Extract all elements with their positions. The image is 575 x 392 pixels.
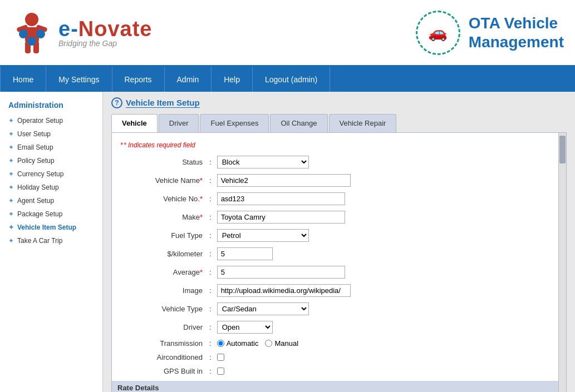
- transmission-label: Transmission: [120, 339, 209, 348]
- gps-row: GPS Built in :: [120, 367, 558, 375]
- image-input[interactable]: [217, 284, 351, 297]
- airconditioned-label: Airconditioned: [120, 353, 209, 361]
- nav-my-settings[interactable]: My Settings: [46, 67, 112, 92]
- driver-select[interactable]: Open Assigned: [217, 321, 273, 334]
- airconditioned-checkbox[interactable]: [217, 354, 224, 361]
- tab-vehicle-repair[interactable]: Vehicle Repair: [329, 114, 397, 132]
- average-row: Average* :: [120, 266, 558, 279]
- vehicle-no-row: Vehicle No.* :: [120, 192, 558, 205]
- transmission-manual[interactable]: Manual: [265, 339, 298, 348]
- sidebar-item-operator-setup[interactable]: ✦ Operator Setup: [0, 114, 102, 127]
- sidebar-item-take-a-car-trip[interactable]: ✦ Take A Car Trip: [0, 234, 102, 247]
- svg-point-0: [25, 13, 38, 26]
- driver-row: Driver : Open Assigned: [120, 321, 558, 334]
- transmission-row: Transmission : Automatic Manual: [120, 339, 558, 348]
- gear-icon: ✦: [8, 183, 14, 191]
- logo-title: e-Novate: [58, 17, 153, 41]
- average-label: Average*: [120, 268, 209, 276]
- rate-details-header: Rate Details: [112, 381, 566, 392]
- sidebar-item-vehicle-item-setup[interactable]: ✦ Vehicle Item Setup: [0, 221, 102, 234]
- tab-vehicle[interactable]: Vehicle: [111, 114, 158, 132]
- logo-left: e-Novate Bridging the Gap: [11, 11, 153, 55]
- gear-icon: ✦: [8, 170, 14, 178]
- gps-label: GPS Built in: [120, 367, 209, 375]
- tab-driver[interactable]: Driver: [159, 114, 199, 132]
- vehicle-name-label: Vehicle Name*: [120, 176, 209, 185]
- gear-icon: ✦: [8, 237, 14, 245]
- sidebar-item-user-setup[interactable]: ✦ User Setup: [0, 127, 102, 141]
- form-container: * * Indicates required field Status : Bl…: [111, 132, 567, 392]
- main-content: ? Vehicle Item Setup Vehicle Driver Fuel…: [103, 92, 575, 392]
- nav-admin[interactable]: Admin: [165, 67, 212, 92]
- vehicle-type-row: Vehicle Type : Car/Sedan SUV Van Truck: [120, 302, 558, 315]
- vehicle-no-label: Vehicle No.*: [120, 195, 209, 203]
- svg-point-6: [19, 29, 28, 38]
- nav-reports[interactable]: Reports: [112, 67, 165, 92]
- car-icon: 🚗: [428, 23, 448, 42]
- svg-point-8: [27, 37, 36, 46]
- average-input[interactable]: [217, 266, 345, 279]
- gear-icon: ✦: [8, 210, 14, 218]
- dollar-km-label: $/kilometer: [120, 250, 209, 258]
- vehicle-type-select[interactable]: Car/Sedan SUV Van Truck: [217, 302, 309, 315]
- driver-label: Driver: [120, 323, 209, 331]
- sidebar-item-currency-setup[interactable]: ✦ Currency Setup: [0, 167, 102, 181]
- logo-icon: [11, 11, 53, 55]
- sidebar-item-policy-setup[interactable]: ✦ Policy Setup: [0, 154, 102, 167]
- help-circle-icon: ?: [111, 97, 122, 108]
- car-circle-icon: 🚗: [416, 11, 460, 55]
- required-asterisk: *: [120, 141, 123, 149]
- vehicle-name-input[interactable]: [217, 174, 351, 187]
- transmission-options: Automatic Manual: [217, 339, 298, 348]
- page-title-bar: ? Vehicle Item Setup: [111, 97, 567, 108]
- sidebar-title: Administration: [0, 97, 102, 114]
- tab-oil-change[interactable]: Oil Change: [270, 114, 327, 132]
- make-label: Make*: [120, 213, 209, 221]
- status-select[interactable]: Block Active Inactive: [217, 156, 309, 168]
- sidebar-item-agent-setup[interactable]: ✦ Agent Setup: [0, 194, 102, 207]
- nav-logout[interactable]: Logout (admin): [253, 67, 330, 92]
- product-name: OTA Vehicle Management: [469, 14, 564, 51]
- gear-icon: ✦: [8, 130, 14, 138]
- logo-text: e-Novate Bridging the Gap: [58, 17, 153, 48]
- gear-icon: ✦: [8, 224, 14, 231]
- image-row: Image :: [120, 284, 558, 297]
- fuel-type-row: Fuel Type : Petrol Diesel Electric: [120, 229, 558, 242]
- nav-help[interactable]: Help: [212, 67, 253, 92]
- svg-point-7: [36, 29, 45, 38]
- airconditioned-row: Airconditioned :: [120, 353, 558, 361]
- vehicle-no-input[interactable]: [217, 192, 345, 205]
- image-label: Image: [120, 286, 209, 295]
- gps-checkbox[interactable]: [217, 368, 224, 375]
- vertical-scrollbar[interactable]: [558, 133, 566, 392]
- dollar-km-input[interactable]: [217, 247, 273, 260]
- gear-icon: ✦: [8, 117, 14, 125]
- tab-bar: Vehicle Driver Fuel Expenses Oil Change …: [111, 114, 567, 132]
- sidebar-item-package-setup[interactable]: ✦ Package Setup: [0, 207, 102, 221]
- gear-icon: ✦: [8, 157, 14, 165]
- sidebar-item-email-setup[interactable]: ✦ Email Setup: [0, 141, 102, 154]
- tab-fuel-expenses[interactable]: Fuel Expenses: [200, 114, 269, 132]
- main-nav: Home My Settings Reports Admin Help Logo…: [0, 67, 575, 92]
- gear-icon: ✦: [8, 197, 14, 205]
- make-row: Make* :: [120, 211, 558, 224]
- status-row: Status : Block Active Inactive: [120, 156, 558, 168]
- fuel-type-label: Fuel Type: [120, 231, 209, 240]
- vehicle-type-label: Vehicle Type: [120, 305, 209, 313]
- sidebar-item-holiday-setup[interactable]: ✦ Holiday Setup: [0, 181, 102, 194]
- sidebar: Administration ✦ Operator Setup ✦ User S…: [0, 92, 103, 392]
- app-header: e-Novate Bridging the Gap 🚗 OTA Vehicle …: [0, 0, 575, 67]
- content-area: Administration ✦ Operator Setup ✦ User S…: [0, 92, 575, 392]
- fuel-type-select[interactable]: Petrol Diesel Electric: [217, 229, 309, 242]
- nav-home[interactable]: Home: [0, 67, 46, 92]
- page-title-link[interactable]: Vehicle Item Setup: [126, 98, 200, 108]
- logo-right: 🚗 OTA Vehicle Management: [416, 11, 564, 55]
- gear-icon: ✦: [8, 143, 14, 151]
- make-input[interactable]: [217, 211, 345, 224]
- dollar-km-row: $/kilometer :: [120, 247, 558, 260]
- transmission-automatic[interactable]: Automatic: [217, 339, 259, 348]
- vehicle-name-row: Vehicle Name* :: [120, 174, 558, 187]
- scrollbar-thumb[interactable]: [559, 136, 566, 163]
- status-label: Status: [120, 158, 209, 166]
- required-note: * * Indicates required field: [120, 141, 558, 149]
